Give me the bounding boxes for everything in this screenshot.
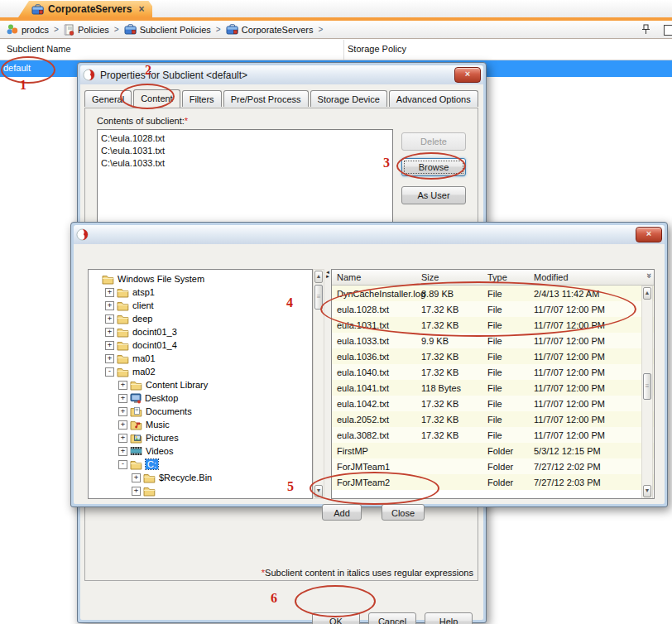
tree-scrollbar[interactable]: ▲ ≡ ▼ — [313, 269, 324, 499]
expand-plus-icon[interactable]: + — [105, 288, 114, 297]
scroll-up-icon[interactable]: ▲ — [643, 287, 651, 300]
breadcrumb-separator: > — [319, 25, 324, 34]
file-row[interactable]: DynCacheInstaller.log8.89 KBFile2/4/13 1… — [332, 286, 654, 301]
breadcrumb-item-corporateservers[interactable]: CorporateServers — [226, 24, 314, 35]
properties-dialog-titlebar[interactable]: Properties for Subclient <default> × — [80, 65, 483, 84]
file-row[interactable]: FirstMPFolder5/3/12 12:15 PM — [332, 443, 654, 458]
tree-item-documents[interactable]: +Documents — [89, 405, 312, 418]
expand-plus-icon[interactable]: + — [132, 487, 141, 496]
scrollbar-thumb[interactable]: ≡ — [643, 373, 651, 400]
file-row[interactable]: eula.1033.txt9.9 KBFile11/7/07 12:00 PM — [332, 333, 654, 348]
chevron-double-icon[interactable]: » — [645, 273, 655, 278]
scroll-down-icon[interactable]: ▼ — [643, 485, 651, 497]
tree-item-ma01[interactable]: +ma01 — [89, 352, 312, 365]
properties-close-button[interactable]: × — [454, 67, 481, 83]
tab-corporateservers[interactable]: CorporateServers × — [18, 1, 152, 17]
expand-plus-icon[interactable]: + — [105, 301, 114, 310]
scroll-up-icon[interactable]: ▲ — [314, 271, 323, 283]
file-row[interactable]: eula.3082.txt17.32 KBFile11/7/07 12:00 P… — [332, 427, 654, 443]
window-control-icon[interactable] — [664, 25, 672, 36]
scroll-down-icon[interactable]: ▼ — [314, 485, 323, 497]
file-row[interactable]: eula.1036.txt17.32 KBFile11/7/07 12:00 P… — [332, 348, 654, 364]
file-column-header-type[interactable]: Type — [487, 272, 534, 282]
collapse-minus-icon[interactable]: - — [118, 460, 127, 469]
tree-item[interactable]: + — [89, 484, 312, 497]
delete-button[interactable]: Delete — [401, 132, 466, 151]
file-column-header-size[interactable]: Size — [421, 272, 487, 282]
file-row[interactable]: ForJMTeam1Folder7/27/12 2:02 PM — [332, 458, 654, 474]
file-cell-name: eula.2052.txt — [332, 415, 421, 425]
as-user-button[interactable]: As User — [401, 186, 466, 204]
expand-plus-icon[interactable]: + — [105, 341, 114, 350]
browse-dialog-titlebar[interactable]: × — [74, 225, 665, 244]
tree-item-atsp1[interactable]: +atsp1 — [89, 286, 312, 299]
tree-item-desktop[interactable]: +Desktop — [89, 391, 312, 405]
expand-plus-icon[interactable]: + — [118, 407, 127, 416]
folder-tree[interactable]: Windows File System+atsp1+client+deep+do… — [88, 269, 313, 499]
tree-item--recycle-bin[interactable]: +$Recycle.Bin — [89, 471, 312, 484]
tab-content[interactable]: Content — [133, 89, 180, 108]
expand-plus-icon[interactable]: + — [118, 420, 127, 430]
file-row[interactable]: eula.1042.txt17.32 KBFile11/7/07 12:00 P… — [332, 396, 654, 411]
ok-button[interactable]: OK — [312, 612, 360, 624]
column-header-storage-policy[interactable]: Storage Policy — [348, 44, 406, 54]
tree-item-content-library[interactable]: +Content Library — [89, 378, 312, 391]
column-header-subclient-name[interactable]: Subclient Name — [7, 44, 71, 54]
tree-item-videos[interactable]: +Videos — [89, 444, 312, 458]
expand-plus-icon[interactable]: + — [118, 447, 127, 456]
tree-item-windows-file-system[interactable]: Windows File System — [89, 272, 312, 286]
file-row[interactable]: ForJMTeam2Folder7/27/12 2:03 PM — [332, 474, 654, 490]
expand-plus-icon[interactable]: + — [105, 328, 114, 337]
file-column-header-name[interactable]: Name — [332, 272, 421, 282]
expand-plus-icon[interactable]: + — [105, 354, 114, 363]
file-row[interactable]: eula.1041.txt118 BytesFile11/7/07 12:00 … — [332, 380, 654, 396]
tree-item-docint01-4[interactable]: +docint01_4 — [89, 338, 312, 352]
list-scrollbar[interactable]: ▲ ≡ ▼ — [641, 286, 653, 499]
help-button[interactable]: Help — [425, 612, 473, 624]
file-cell-name: eula.1040.txt — [332, 367, 421, 377]
file-row[interactable]: eula.1028.txt17.32 KBFile11/7/07 12:00 P… — [332, 301, 654, 317]
add-button[interactable]: Add — [322, 504, 362, 521]
content-path-item[interactable]: C:\eula.1031.txt — [101, 145, 389, 157]
tree-item-deep[interactable]: +deep — [89, 312, 312, 325]
content-path-item[interactable]: C:\eula.1033.txt — [101, 157, 389, 170]
scrollbar-thumb[interactable]: ≡ — [314, 285, 323, 310]
tree-item-c-[interactable]: -C: — [89, 458, 312, 471]
file-cell-modified: 5/3/12 12:15 PM — [534, 446, 654, 456]
pin-icon[interactable] — [641, 24, 650, 36]
tab-general[interactable]: General — [84, 90, 132, 107]
tab-storage-device[interactable]: Storage Device — [310, 90, 387, 107]
file-column-header-modified[interactable]: Modified — [534, 272, 654, 282]
file-row[interactable]: eula.1040.txt17.32 KBFile11/7/07 12:00 P… — [332, 364, 654, 380]
breadcrumb-item-prodcs[interactable]: prodcs — [7, 24, 49, 35]
tree-item-music[interactable]: +Music — [89, 418, 312, 431]
expand-plus-icon[interactable]: + — [105, 314, 114, 324]
tab-filters[interactable]: Filters — [182, 90, 222, 107]
tree-item-pictures[interactable]: +Pictures — [89, 431, 312, 444]
tree-item-client[interactable]: +client — [89, 299, 312, 312]
close-button[interactable]: Close — [382, 504, 425, 521]
tree-item-docint01-3[interactable]: +docint01_3 — [89, 325, 312, 338]
collapse-minus-icon[interactable]: - — [105, 367, 114, 377]
file-cell-type: File — [487, 289, 534, 299]
file-list-header[interactable]: » NameSizeTypeModified — [332, 270, 654, 286]
file-row[interactable]: eula.2052.txt17.32 KBFile11/7/07 12:00 P… — [332, 411, 654, 427]
breadcrumb-item-subclient-policies[interactable]: Subclient Policies — [124, 24, 211, 35]
expand-plus-icon[interactable]: + — [118, 434, 127, 443]
file-row[interactable]: eula.1031.txt17.32 KBFile11/7/07 12:00 P… — [332, 317, 654, 333]
expand-plus-icon[interactable]: + — [132, 473, 141, 482]
content-path-item[interactable]: C:\eula.1028.txt — [101, 132, 389, 145]
breadcrumb-item-policies[interactable]: Policies — [64, 24, 109, 36]
required-asterisk: * — [185, 116, 188, 126]
browse-button[interactable]: Browse — [401, 158, 466, 176]
expand-plus-icon[interactable]: + — [118, 381, 127, 390]
file-cell-modified: 11/7/07 12:00 PM — [534, 352, 654, 362]
tab-advanced-options[interactable]: Advanced Options — [389, 90, 478, 107]
browse-close-button[interactable]: × — [636, 227, 662, 242]
expand-plus-icon[interactable]: + — [118, 394, 127, 403]
tab-close-icon[interactable]: × — [138, 3, 144, 15]
tree-item-ma02[interactable]: -ma02 — [89, 365, 312, 378]
cancel-button[interactable]: Cancel — [368, 612, 416, 624]
breadcrumb-label: CorporateServers — [242, 25, 314, 35]
tab-pre-post-process[interactable]: Pre/Post Process — [223, 90, 309, 107]
